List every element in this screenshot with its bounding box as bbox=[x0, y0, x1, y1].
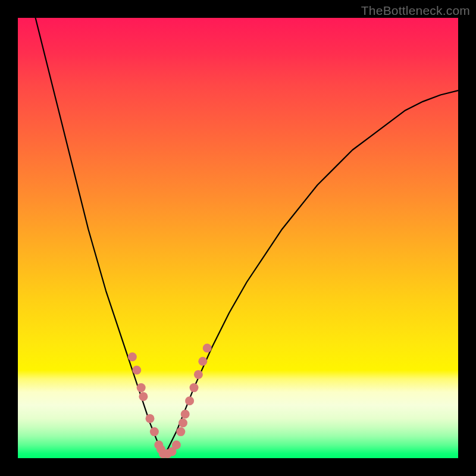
svg-point-2 bbox=[137, 383, 146, 392]
bottleneck-curve bbox=[36, 18, 458, 456]
svg-point-12 bbox=[176, 427, 185, 436]
highlight-markers bbox=[128, 344, 212, 459]
svg-point-17 bbox=[194, 370, 203, 379]
svg-point-13 bbox=[178, 418, 187, 427]
svg-point-14 bbox=[181, 410, 190, 419]
chart-frame: TheBottleneck.com bbox=[0, 0, 476, 476]
svg-point-5 bbox=[150, 427, 159, 436]
svg-point-19 bbox=[203, 344, 212, 353]
svg-point-18 bbox=[198, 357, 207, 366]
svg-point-15 bbox=[185, 396, 194, 405]
watermark-text: TheBottleneck.com bbox=[361, 4, 470, 18]
svg-point-0 bbox=[128, 352, 137, 361]
svg-point-16 bbox=[190, 383, 199, 392]
chart-svg bbox=[18, 18, 458, 458]
svg-point-3 bbox=[139, 392, 148, 401]
svg-point-1 bbox=[132, 366, 141, 375]
svg-point-11 bbox=[172, 440, 181, 449]
svg-point-4 bbox=[146, 414, 155, 423]
